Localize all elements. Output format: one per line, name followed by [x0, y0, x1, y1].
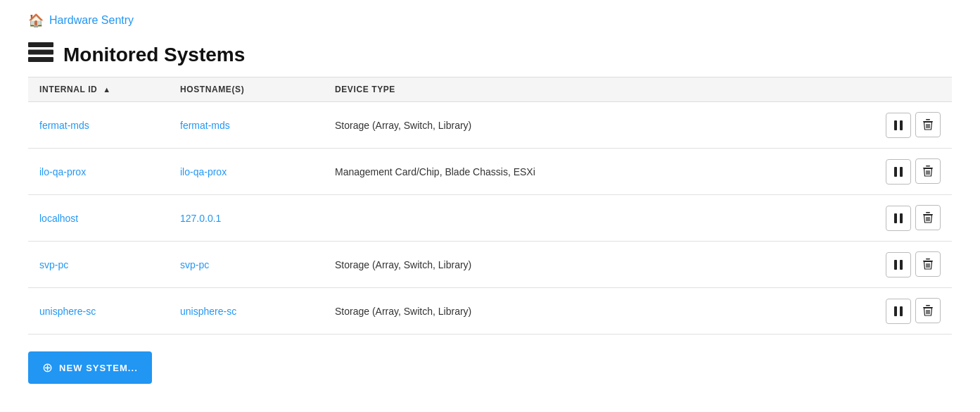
brand-link[interactable]: Hardware Sentry [49, 14, 134, 27]
cell-device-type: Storage (Array, Switch, Library) [324, 102, 784, 149]
svg-rect-27 [926, 258, 930, 260]
internal-id-link[interactable]: unisphere-sc [39, 306, 96, 317]
table-header: INTERNAL ID ▲ HOSTNAME(S) DEVICE TYPE [28, 77, 952, 102]
cell-device-type: Storage (Array, Switch, Library) [324, 242, 784, 288]
delete-button[interactable] [915, 205, 941, 230]
top-nav: 🏠 Hardware Sentry [0, 0, 980, 35]
cell-actions [784, 242, 952, 288]
pause-button[interactable] [886, 252, 911, 277]
pause-button[interactable] [886, 113, 911, 138]
hostname-link[interactable]: 127.0.0.1 [180, 213, 221, 224]
table-row: svp-pcsvp-pcStorage (Array, Switch, Libr… [28, 242, 952, 288]
cell-hostname: unisphere-sc [169, 288, 324, 335]
delete-button[interactable] [915, 158, 941, 184]
cell-internal-id: svp-pc [28, 242, 169, 288]
cell-internal-id: unisphere-sc [28, 288, 169, 335]
table-row: localhost127.0.0.1 [28, 195, 952, 242]
pause-button[interactable] [886, 206, 911, 231]
hostname-link[interactable]: svp-pc [180, 259, 209, 270]
delete-button[interactable] [915, 298, 941, 323]
home-icon: 🏠 [28, 13, 44, 28]
cell-actions [784, 149, 952, 195]
svg-rect-0 [28, 42, 53, 47]
svg-rect-24 [894, 260, 897, 270]
svg-rect-1 [28, 50, 53, 55]
svg-rect-25 [900, 260, 903, 270]
svg-rect-31 [894, 306, 897, 316]
new-system-button[interactable]: ⊕ NEW SYSTEM... [28, 351, 152, 384]
cell-actions [784, 195, 952, 242]
svg-rect-20 [926, 212, 930, 213]
systems-table-container: INTERNAL ID ▲ HOSTNAME(S) DEVICE TYPE fe… [0, 77, 980, 335]
svg-rect-2 [28, 57, 53, 62]
table-row: ilo-qa-proxilo-qa-proxManagement Card/Ch… [28, 149, 952, 195]
systems-table: INTERNAL ID ▲ HOSTNAME(S) DEVICE TYPE fe… [28, 77, 952, 335]
page-title: Monitored Systems [63, 44, 245, 66]
cell-device-type: Storage (Array, Switch, Library) [324, 288, 784, 335]
new-system-plus-icon: ⊕ [42, 360, 53, 375]
pause-button[interactable] [886, 159, 911, 185]
svg-rect-10 [894, 167, 897, 177]
cell-actions [784, 102, 952, 149]
cell-internal-id: localhost [28, 195, 169, 242]
pause-button[interactable] [886, 299, 911, 324]
cell-internal-id: ilo-qa-prox [28, 149, 169, 195]
hostname-link[interactable]: fermat-mds [180, 120, 230, 131]
cell-hostname: 127.0.0.1 [169, 195, 324, 242]
cell-actions [784, 288, 952, 335]
cell-internal-id: fermat-mds [28, 102, 169, 149]
col-header-device-type: DEVICE TYPE [324, 77, 784, 102]
svg-rect-17 [894, 213, 897, 223]
cell-hostname: ilo-qa-prox [169, 149, 324, 195]
svg-rect-32 [900, 306, 903, 316]
internal-id-link[interactable]: fermat-mds [39, 120, 89, 131]
hostname-link[interactable]: ilo-qa-prox [180, 166, 227, 177]
table-row: fermat-mdsfermat-mdsStorage (Array, Swit… [28, 102, 952, 149]
svg-rect-11 [900, 167, 903, 177]
delete-button[interactable] [915, 112, 941, 137]
delete-button[interactable] [915, 251, 941, 277]
svg-rect-4 [900, 120, 903, 130]
svg-rect-34 [926, 305, 930, 306]
internal-id-link[interactable]: ilo-qa-prox [39, 166, 86, 177]
hostname-link[interactable]: unisphere-sc [180, 306, 236, 317]
cell-hostname: fermat-mds [169, 102, 324, 149]
table-row: unisphere-scunisphere-scStorage (Array, … [28, 288, 952, 335]
cell-device-type: Management Card/Chip, Blade Chassis, ESX… [324, 149, 784, 195]
new-system-label: NEW SYSTEM... [59, 363, 138, 373]
col-header-internal-id[interactable]: INTERNAL ID ▲ [28, 77, 169, 102]
internal-id-link[interactable]: localhost [39, 213, 78, 224]
col-header-actions [784, 77, 952, 102]
table-body: fermat-mdsfermat-mdsStorage (Array, Swit… [28, 102, 952, 335]
footer-actions: ⊕ NEW SYSTEM... [0, 335, 980, 401]
page-header: Monitored Systems [0, 35, 980, 77]
sort-arrow-asc: ▲ [103, 85, 111, 94]
svg-rect-13 [926, 166, 930, 167]
monitored-systems-icon [28, 42, 53, 67]
svg-rect-6 [926, 119, 930, 120]
svg-rect-18 [900, 213, 903, 223]
internal-id-link[interactable]: svp-pc [39, 259, 68, 270]
cell-hostname: svp-pc [169, 242, 324, 288]
col-header-hostnames: HOSTNAME(S) [169, 77, 324, 102]
cell-device-type [324, 195, 784, 242]
svg-rect-3 [894, 120, 897, 130]
